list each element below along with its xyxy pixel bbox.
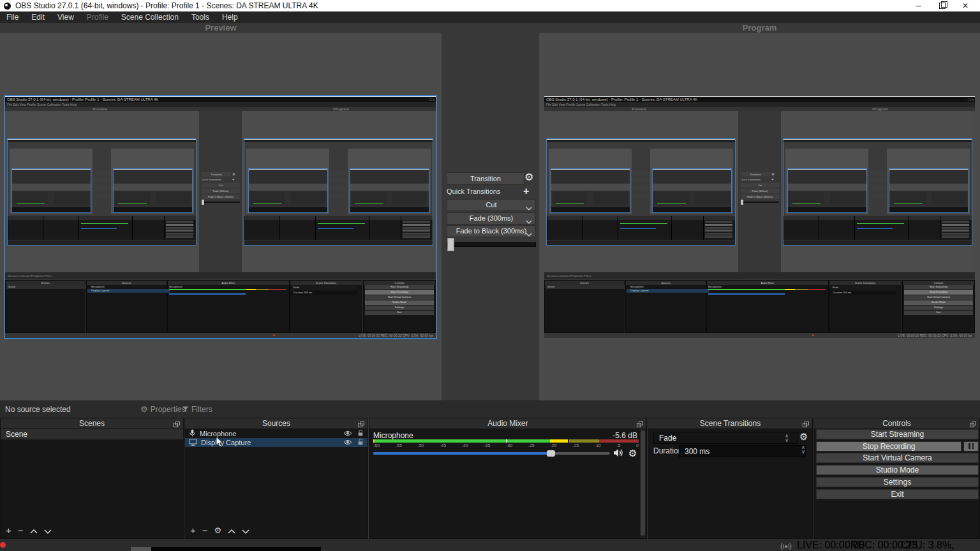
source-row-display-capture[interactable]: Display Capture: [185, 438, 368, 447]
scene-up-icon[interactable]: [30, 525, 38, 536]
meter-tick-label: 0: [636, 443, 639, 448]
mouse-cursor: [216, 436, 224, 450]
audio-mixer-panel: Audio Mixer Microphone -5.6 dB -60-55-50…: [369, 418, 647, 539]
scene-row[interactable]: Scene: [1, 429, 183, 439]
lock-icon[interactable]: [357, 438, 364, 447]
filters-button[interactable]: Filters: [182, 401, 212, 418]
meter-tick-label: -25: [528, 443, 535, 448]
meter-tick-label: -10: [595, 443, 601, 448]
meter-tick-label: -35: [484, 443, 490, 448]
speaker-icon[interactable]: [613, 448, 624, 460]
pause-recording-button[interactable]: [963, 441, 979, 452]
scene-down-icon[interactable]: [44, 525, 52, 536]
volume-slider-fill: [373, 452, 551, 455]
minimize-button[interactable]: [907, 0, 929, 11]
display-icon: [189, 439, 197, 447]
stop-recording-button[interactable]: Stop Recording: [816, 441, 961, 452]
quick-transition-fade-300ms-[interactable]: Fade (300ms): [447, 212, 536, 224]
scene-transitions-panel: Scene Transitions Fade ∧∨ ⚙ Duration 300…: [648, 418, 813, 539]
meter-peak-tick: [506, 439, 507, 443]
menubar: FileEditViewProfileScene CollectionTools…: [0, 11, 980, 23]
meter-tick-label: -60: [373, 443, 380, 448]
mixer-level-db: -5.6 dB: [612, 431, 637, 440]
sources-toolbar: + − ⚙: [185, 524, 249, 537]
add-scene-icon[interactable]: +: [6, 525, 11, 536]
add-quick-transition-icon[interactable]: +: [523, 186, 529, 197]
source-properties-icon[interactable]: ⚙: [214, 525, 222, 536]
start-streaming-button[interactable]: Start Streaming: [816, 429, 979, 439]
restore-icon: [939, 3, 946, 9]
transition-slider-handle[interactable]: [447, 238, 454, 251]
menu-item-edit[interactable]: Edit: [25, 11, 51, 23]
transition-select[interactable]: Fade ∧∨: [653, 432, 798, 444]
source-row-microphone[interactable]: Microphone: [185, 429, 368, 438]
controls-panel-header: Controls: [814, 418, 979, 429]
bottom-strip-dark: [151, 547, 321, 551]
menu-item-scene-collection[interactable]: Scene Collection: [115, 11, 185, 23]
meter-tick-label: -50: [417, 443, 424, 448]
duration-spinner[interactable]: ∧∨: [801, 445, 805, 454]
dock-popout-icon[interactable]: [803, 420, 809, 429]
menu-item-file[interactable]: File: [0, 11, 25, 23]
mixer-gear-icon[interactable]: ⚙: [628, 448, 637, 459]
chevron-down-icon: [526, 203, 532, 211]
source-up-icon[interactable]: [228, 525, 235, 536]
bottom-strip-light: [131, 547, 151, 551]
quick-transition-fade-to-black-300ms-[interactable]: Fade to Black (300ms): [447, 225, 536, 237]
lock-icon[interactable]: [357, 429, 364, 438]
sources-panel: Sources MicrophoneDisplay Capture + − ⚙: [184, 418, 368, 539]
start-virtual-camera-button[interactable]: Start Virtual Camera: [816, 453, 979, 463]
restore-button[interactable]: [932, 0, 953, 11]
settings-button[interactable]: Settings: [816, 477, 979, 487]
scene-transitions-panel-header: Scene Transitions: [648, 418, 812, 429]
menu-item-profile[interactable]: Profile: [80, 11, 115, 23]
sources-panel-header: Sources: [185, 418, 368, 429]
transition-button[interactable]: Transition: [447, 172, 524, 185]
add-source-icon[interactable]: +: [190, 525, 196, 536]
transition-gear-icon[interactable]: ⚙: [524, 172, 533, 182]
source-down-icon[interactable]: [242, 525, 249, 536]
exit-button[interactable]: Exit: [816, 489, 979, 499]
mixer-scroll-thumb[interactable]: [641, 430, 645, 536]
properties-gear-icon: ⚙: [140, 404, 148, 415]
duration-label: Duration: [653, 446, 682, 455]
rec-indicator-dot: [0, 542, 6, 548]
scene-transition-gear-icon[interactable]: ⚙: [799, 432, 808, 442]
quick-transitions-label: Quick Transitions: [447, 187, 500, 196]
audio-mixer-panel-header: Audio Mixer: [369, 418, 646, 429]
dock-popout-icon[interactable]: [637, 420, 643, 429]
eye-icon[interactable]: [343, 439, 352, 446]
controls-panel: Controls Start StreamingStop RecordingSt…: [813, 418, 980, 539]
duration-field[interactable]: 300 ms: [679, 445, 806, 457]
dock-popout-icon[interactable]: [174, 420, 180, 429]
quick-transition-cut[interactable]: Cut: [447, 199, 536, 211]
volume-slider-handle[interactable]: [547, 450, 555, 457]
close-button[interactable]: ✕: [954, 0, 976, 11]
meter-tick-label: -20: [550, 443, 556, 448]
remove-source-icon[interactable]: −: [202, 525, 208, 536]
properties-button[interactable]: ⚙Properties: [140, 401, 185, 418]
menu-item-view[interactable]: View: [51, 11, 80, 23]
mixer-scrollbar[interactable]: [640, 429, 646, 538]
chevron-down-icon: [526, 229, 532, 237]
preview-capture[interactable]: OBS Studio 27.0.1 (64-bit, windows) - Pr…: [5, 96, 436, 338]
dock-popout-icon[interactable]: [970, 420, 976, 429]
program-label: Program: [539, 23, 980, 33]
broadcast-icon: [780, 541, 792, 551]
chevron-down-icon: [526, 216, 532, 224]
transition-slider-track[interactable]: [447, 242, 536, 247]
meter-tick-label: -5: [616, 443, 620, 448]
eye-icon[interactable]: [343, 430, 352, 437]
meter-tick-label: -40: [462, 443, 468, 448]
dock-popout-icon[interactable]: [358, 420, 364, 429]
titlebar: OBS Studio 27.0.1 (64-bit, windows) - Pr…: [0, 0, 980, 11]
menu-item-help[interactable]: Help: [216, 11, 244, 23]
volume-meter: [373, 439, 639, 443]
menu-item-tools[interactable]: Tools: [185, 11, 216, 23]
meter-tick-label: -55: [396, 443, 402, 448]
studio-mode-button[interactable]: Studio Mode: [816, 465, 979, 475]
meter-tick-label: -45: [440, 443, 446, 448]
remove-scene-icon[interactable]: −: [18, 525, 24, 536]
cpu-fps: CPU: 3.8%, 60.00 fps: [901, 539, 980, 551]
window-title: OBS Studio 27.0.1 (64-bit, windows) - Pr…: [15, 0, 318, 11]
